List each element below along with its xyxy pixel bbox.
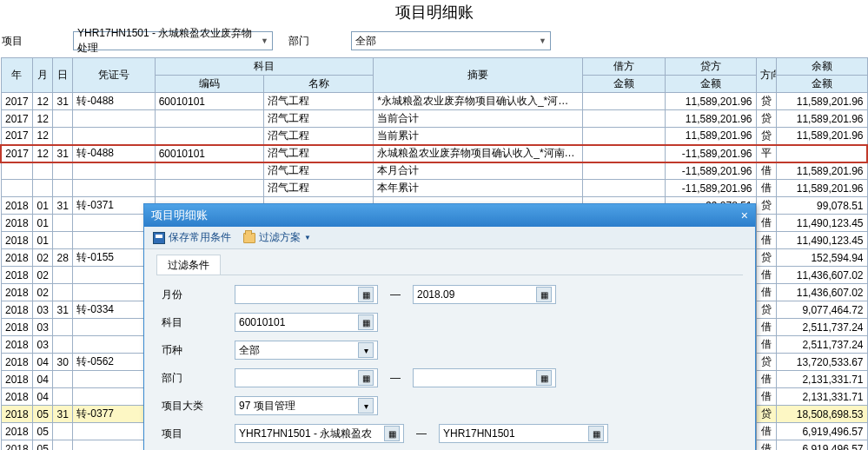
table-row[interactable]: 201712沼气工程当前合计11,589,201.96贷11,589,201.9… [1, 110, 867, 128]
table-cell [53, 162, 73, 180]
dialog-titlebar[interactable]: 项目明细账 × [144, 204, 755, 227]
currency-select[interactable]: 全部▾ [235, 341, 378, 360]
chevron-down-icon: ▼ [304, 234, 311, 242]
col-subject[interactable]: 科目 [155, 58, 374, 76]
lookup-icon[interactable]: ▦ [384, 426, 400, 441]
table-cell: 60010101 [155, 145, 264, 162]
col-voucher[interactable]: 凭证号 [73, 58, 155, 93]
range-dash: — [378, 372, 413, 384]
table-cell: 02 [33, 284, 53, 301]
project-to-input[interactable]: YHR17HN1501▦ [439, 424, 608, 443]
table-row[interactable]: 20171231转-048860010101沼气工程永城粮盈农业废弃物项目确认收… [1, 145, 867, 162]
table-cell [73, 284, 155, 301]
table-cell: 05 [33, 406, 53, 423]
table-cell: 2018 [1, 354, 33, 371]
col-dir[interactable]: 方向 [756, 58, 776, 93]
table-cell: 2018 [1, 284, 33, 301]
table-cell: 01 [33, 197, 53, 215]
col-credit-amt[interactable]: 金额 [665, 76, 756, 93]
category-select[interactable]: 97 项目管理▾ [235, 396, 378, 415]
table-cell [53, 284, 73, 301]
table-cell [155, 128, 264, 145]
table-cell [73, 267, 155, 284]
table-cell: 2018 [1, 301, 33, 319]
table-row[interactable]: 20171231转-048860010101沼气工程*永城粮盈农业废弃物项目确认… [1, 93, 867, 110]
lookup-icon[interactable]: ▦ [358, 314, 374, 330]
table-cell [583, 162, 665, 180]
lookup-icon[interactable]: ▦ [358, 370, 374, 386]
table-row[interactable]: 201712沼气工程当前累计11,589,201.96贷11,589,201.9… [1, 128, 867, 145]
table-cell: 28 [53, 249, 73, 267]
table-cell: 2,511,737.24 [776, 336, 867, 354]
table-cell: 03 [33, 319, 53, 336]
table-cell: 2018 [1, 319, 33, 336]
close-icon[interactable]: × [741, 208, 748, 222]
table-cell: 31 [53, 145, 73, 162]
dept-to-input[interactable]: ▦ [413, 368, 556, 387]
table-cell: *永城粮盈农业废弃物项目确认收入_*河… [374, 93, 583, 110]
table-cell [33, 162, 53, 180]
month-to-input[interactable]: 2018.09▦ [413, 285, 556, 304]
page-title: 项目明细账 [0, 0, 868, 30]
lookup-icon[interactable]: ▦ [588, 426, 604, 441]
lookup-icon[interactable]: ▦ [536, 370, 552, 386]
col-debit[interactable]: 借方 [583, 58, 665, 76]
dept-select[interactable]: 全部 ▼ [351, 31, 551, 50]
table-cell: 平 [756, 145, 776, 162]
project-select[interactable]: YHR17HN1501 - 永城粮盈农业废弃物处理 ▼ [73, 31, 273, 50]
dept-from-input[interactable]: ▦ [235, 368, 378, 387]
filter-dialog: 项目明细账 × 保存常用条件 过滤方案 ▼ 过滤条件 月份 ▦ — 2018.0… [143, 203, 756, 450]
dialog-title-text: 项目明细账 [151, 208, 208, 223]
table-cell: -11,589,201.96 [665, 145, 756, 162]
table-cell: 沼气工程 [264, 180, 374, 197]
table-cell: 12 [33, 128, 53, 145]
col-bal-amt[interactable]: 金额 [776, 76, 867, 93]
table-row[interactable]: 沼气工程本月合计-11,589,201.96借11,589,201.96 [1, 162, 867, 180]
col-code[interactable]: 编码 [155, 76, 264, 93]
col-year[interactable]: 年 [1, 58, 33, 93]
table-cell: 6,919,496.57 [776, 423, 867, 440]
table-cell [73, 128, 155, 145]
table-cell [33, 180, 53, 197]
project-from-input[interactable]: YHR17HN1501 - 永城粮盈农▦ [235, 424, 404, 443]
col-day[interactable]: 日 [53, 58, 73, 93]
col-debit-amt[interactable]: 金额 [583, 76, 665, 93]
save-conditions-button[interactable]: 保存常用条件 [153, 230, 231, 245]
table-cell: 2018 [1, 388, 33, 406]
col-credit[interactable]: 贷方 [665, 58, 756, 76]
col-name[interactable]: 名称 [264, 76, 374, 93]
table-cell: 贷 [756, 249, 776, 267]
month-from-input[interactable]: ▦ [235, 285, 378, 304]
table-row[interactable]: 沼气工程本年累计-11,589,201.96借11,589,201.96 [1, 180, 867, 197]
calendar-icon[interactable]: ▦ [358, 287, 374, 302]
col-balance[interactable]: 余额 [776, 58, 867, 76]
table-cell: 01 [33, 215, 53, 232]
table-cell: 贷 [756, 406, 776, 423]
table-cell [73, 162, 155, 180]
table-cell: -11,589,201.96 [665, 180, 756, 197]
filter-tab[interactable]: 过滤条件 [156, 255, 221, 275]
subject-input[interactable]: 60010101▦ [235, 313, 378, 332]
table-cell: 2018 [1, 440, 33, 451]
table-cell: 借 [756, 162, 776, 180]
table-cell: 2018 [1, 267, 33, 284]
filter-scheme-button[interactable]: 过滤方案 ▼ [243, 230, 311, 245]
table-cell: 2018 [1, 215, 33, 232]
folder-icon [243, 233, 255, 243]
col-summary[interactable]: 摘要 [374, 58, 583, 93]
table-cell: 2,131,331.71 [776, 388, 867, 406]
chevron-down-icon[interactable]: ▾ [358, 398, 374, 414]
table-cell [73, 423, 155, 440]
table-cell [73, 388, 155, 406]
table-cell: 借 [756, 388, 776, 406]
table-cell: 贷 [756, 93, 776, 110]
chevron-down-icon[interactable]: ▾ [358, 342, 374, 358]
table-cell: 借 [756, 284, 776, 301]
calendar-icon[interactable]: ▦ [536, 287, 552, 302]
table-cell: 12 [33, 110, 53, 128]
table-cell: 沼气工程 [264, 128, 374, 145]
month-label: 月份 [156, 288, 235, 302]
table-cell [583, 110, 665, 128]
col-month[interactable]: 月 [33, 58, 53, 93]
table-cell: 2,511,737.24 [776, 319, 867, 336]
